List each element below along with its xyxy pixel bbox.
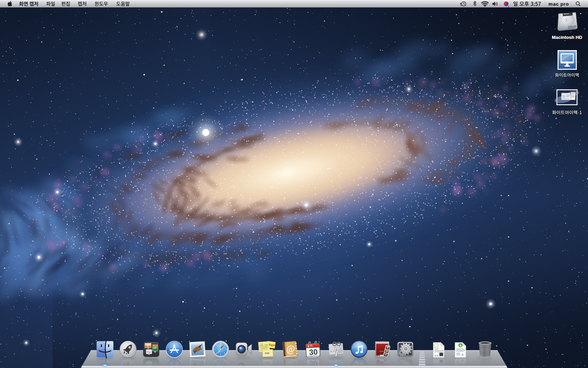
svg-text:2: 2 [508,5,509,8]
svg-text:@: @ [286,343,295,355]
svg-text:Eggs: Eggs [269,343,275,347]
svg-text:mac pro: mac pro [548,1,569,7]
svg-text:Milk: Milk [265,352,270,355]
svg-text:30: 30 [309,347,318,356]
svg-text:Macintosh HD: Macintosh HD [552,35,582,40]
